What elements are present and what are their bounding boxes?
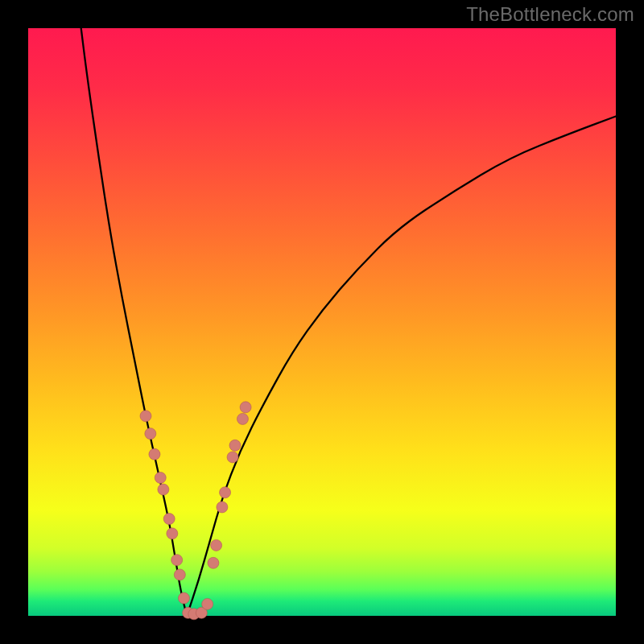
gradient-background — [28, 28, 616, 616]
data-marker — [217, 502, 228, 513]
data-marker — [208, 557, 219, 568]
data-marker — [202, 598, 213, 609]
data-marker — [178, 592, 189, 604]
data-marker — [155, 472, 166, 483]
watermark-text: TheBottleneck.com — [466, 3, 634, 26]
bottleneck-chart — [0, 0, 644, 644]
data-marker — [174, 569, 185, 580]
data-marker — [149, 448, 160, 460]
data-marker — [163, 514, 175, 525]
data-marker — [211, 539, 222, 551]
data-marker — [171, 555, 183, 566]
data-marker — [227, 452, 238, 463]
data-marker — [145, 428, 156, 440]
data-marker — [229, 440, 241, 451]
data-marker — [167, 528, 178, 539]
data-marker — [240, 402, 251, 413]
plot-area — [28, 28, 616, 620]
data-marker — [158, 484, 169, 495]
data-marker — [237, 413, 248, 424]
chart-container: TheBottleneck.com — [0, 0, 644, 644]
data-marker — [140, 411, 151, 422]
data-marker — [220, 487, 231, 498]
